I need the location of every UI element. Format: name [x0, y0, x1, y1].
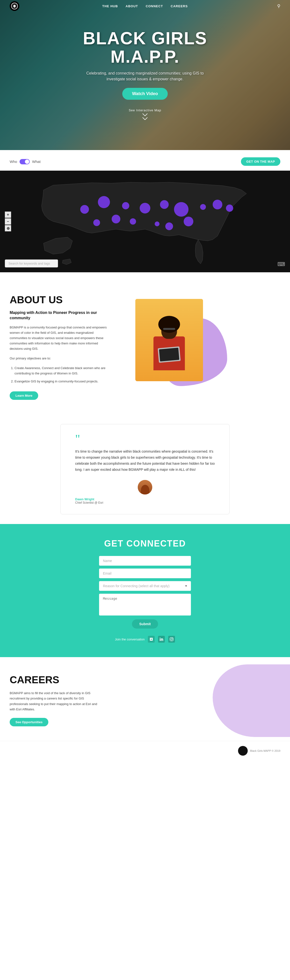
hero-title: BLACK GIRLS M.A.P.P. [82, 29, 208, 66]
svg-point-8 [213, 200, 222, 209]
nav-item-hub[interactable]: THE HUB [102, 4, 118, 8]
svg-point-6 [174, 202, 189, 216]
svg-rect-24 [160, 638, 160, 641]
connect-form: Reason for Connecting (select all that a… [99, 556, 191, 628]
svg-rect-16 [150, 638, 151, 639]
svg-point-12 [184, 216, 193, 226]
svg-rect-19 [152, 640, 153, 641]
map-search-input[interactable] [5, 259, 58, 267]
nav-link-about[interactable]: ABOUT [126, 4, 138, 8]
instagram-icon[interactable] [168, 636, 175, 643]
footer-logo: Black Girls MAPP © 2019 [238, 746, 280, 756]
social-label: Join the conversation [115, 638, 145, 641]
about-heading: ABOUT US [10, 294, 111, 306]
map-section: Who What Get on the map [0, 150, 290, 277]
zoom-out-button[interactable]: – [5, 218, 11, 224]
search-icon[interactable]: ⚲ [277, 3, 280, 9]
zoom-world-button[interactable]: ⊕ [5, 225, 11, 231]
learn-more-button[interactable]: Learn More [10, 391, 38, 400]
nav-item-connect[interactable]: CONNECT [146, 4, 163, 8]
quote-mark-icon: " [75, 434, 215, 444]
toggle-knob [25, 159, 29, 164]
quote-author-title: Chief Scientist @ Esri [75, 501, 215, 504]
svg-rect-23 [152, 639, 153, 640]
svg-point-25 [160, 638, 160, 638]
map-search [5, 259, 58, 267]
svg-point-1 [80, 205, 89, 214]
linkedin-icon[interactable] [158, 636, 165, 643]
quote-text: It's time to change the narrative within… [75, 449, 215, 473]
quote-author-name: Dawn Wright [75, 497, 215, 501]
about-text: ABOUT US Mapping with Action to Pioneer … [10, 294, 111, 400]
nav-item-about[interactable]: ABOUT [126, 4, 138, 8]
svg-rect-26 [170, 638, 173, 641]
hero-section: BLACK GIRLS M.A.P.P. Celebrating, and co… [0, 0, 290, 150]
footer-logo-circle [238, 746, 248, 756]
svg-rect-21 [151, 640, 152, 641]
nav-item-careers[interactable]: CAREERS [171, 4, 188, 8]
svg-point-14 [112, 215, 120, 223]
watch-video-button[interactable]: Watch Video [122, 88, 168, 100]
svg-point-7 [200, 204, 206, 210]
reason-select-wrapper: Reason for Connecting (select all that a… [99, 581, 191, 591]
chevron-down-icon [142, 113, 148, 117]
svg-point-2 [98, 196, 110, 208]
hero-content: BLACK GIRLS M.A.P.P. Celebrating, and co… [82, 29, 208, 121]
svg-rect-20 [151, 638, 152, 639]
svg-rect-22 [150, 639, 151, 640]
svg-point-11 [165, 223, 173, 230]
svg-point-27 [171, 638, 173, 640]
about-objective-2: Evangelize GIS by engaging in community-… [14, 379, 111, 384]
svg-point-13 [130, 218, 136, 224]
reason-select[interactable]: Reason for Connecting (select all that a… [99, 581, 191, 591]
map-compass-icon: ⌨ [277, 261, 285, 267]
svg-rect-18 [150, 640, 151, 641]
see-interactive-map[interactable]: See Interactive Map [82, 108, 208, 121]
hero-subtitle: Celebrating, and connecting marginalized… [82, 70, 208, 82]
quote-attribution: Dawn Wright Chief Scientist @ Esri [75, 480, 215, 504]
submit-button[interactable]: Submit [132, 619, 158, 628]
svg-point-3 [122, 202, 129, 209]
about-objectives-list: Create Awareness, Connect and Celebrate … [14, 366, 111, 384]
name-input[interactable] [99, 556, 191, 566]
main-nav: THE HUB ABOUT CONNECT CAREERS ⚲ [0, 0, 290, 12]
email-input[interactable] [99, 568, 191, 578]
who-what-toggle[interactable] [20, 159, 30, 164]
about-photo [135, 299, 203, 381]
get-on-map-button[interactable]: Get on the map [241, 158, 280, 166]
svg-point-9 [226, 205, 233, 212]
map-toggle: Who What [10, 159, 41, 164]
about-image-area [126, 294, 227, 381]
nav-link-careers[interactable]: CAREERS [171, 4, 188, 8]
nav-link-hub[interactable]: THE HUB [102, 4, 118, 8]
about-objectives-intro: Our primary objectives are to: [10, 356, 111, 361]
social-bar: Join the conversation [10, 636, 280, 643]
svg-point-15 [93, 219, 100, 226]
about-section: ABOUT US Mapping with Action to Pioneer … [0, 277, 290, 414]
map-controls: + – ⊕ [5, 212, 11, 231]
svg-point-5 [160, 200, 169, 209]
careers-paragraph: BGMAPP aims to fill the void of the lack… [10, 690, 101, 712]
careers-blob-decoration [213, 664, 290, 737]
map-toggle-bar: Who What Get on the map [0, 158, 290, 166]
svg-point-4 [140, 203, 150, 213]
about-paragraph1: BGMAPP is a community focused group that… [10, 325, 111, 352]
footer-copyright: Black Girls MAPP © 2019 [250, 749, 280, 752]
toggle-who-label: Who [10, 159, 17, 164]
usa-map-svg [0, 171, 290, 272]
nav-link-connect[interactable]: CONNECT [146, 4, 163, 8]
about-objective-1: Create Awareness, Connect and Celebrate … [14, 366, 111, 376]
slack-icon[interactable] [148, 636, 155, 643]
svg-rect-17 [152, 638, 153, 639]
page-footer: Black Girls MAPP © 2019 [0, 741, 290, 760]
nav-logo[interactable] [10, 1, 19, 11]
connect-heading: GET CONNECTED [10, 539, 280, 549]
see-opportunities-button[interactable]: See Opportunities [10, 718, 48, 726]
careers-section: CAREERS BGMAPP aims to fill the void of … [0, 657, 290, 741]
message-textarea[interactable] [99, 594, 191, 616]
svg-point-28 [172, 638, 173, 638]
map-container: + – ⊕ ⌨ [0, 171, 290, 272]
quote-avatar [138, 480, 152, 495]
about-subheading: Mapping with Action to Pioneer Progress … [10, 310, 111, 321]
zoom-in-button[interactable]: + [5, 212, 11, 218]
